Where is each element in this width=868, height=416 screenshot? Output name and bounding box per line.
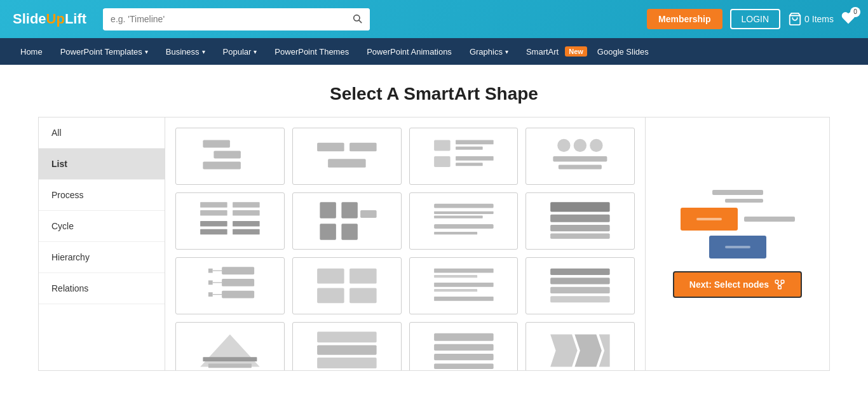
svg-rect-59 bbox=[434, 297, 494, 301]
cart-label: 0 Items bbox=[804, 14, 834, 24]
login-button[interactable]: LOGIN bbox=[730, 9, 781, 29]
svg-rect-23 bbox=[233, 210, 260, 216]
shape-card-12[interactable] bbox=[526, 257, 635, 314]
nav-google-slides[interactable]: Google Slides bbox=[590, 41, 656, 63]
svg-rect-62 bbox=[550, 287, 610, 293]
svg-rect-60 bbox=[550, 269, 610, 275]
sidebar-item-hierarchy[interactable]: Hierarchy bbox=[39, 242, 165, 273]
svg-rect-30 bbox=[320, 224, 336, 240]
shape-card-9[interactable] bbox=[175, 257, 285, 314]
next-select-nodes-button[interactable]: Next: Select nodes bbox=[673, 271, 802, 298]
sidebar-item-list[interactable]: List bbox=[39, 149, 165, 180]
svg-rect-57 bbox=[434, 283, 494, 287]
navbar: Home PowerPoint Templates ▾ Business ▾ P… bbox=[0, 38, 868, 65]
sidebar: All List Process Cycle Hierarchy Relatio… bbox=[38, 117, 165, 371]
wishlist-icon[interactable]: 0 bbox=[841, 11, 855, 28]
svg-rect-9 bbox=[434, 140, 451, 151]
logo[interactable]: SlideUpLift bbox=[13, 11, 86, 27]
svg-rect-50 bbox=[222, 291, 254, 299]
svg-rect-39 bbox=[550, 215, 610, 222]
svg-rect-69 bbox=[317, 358, 377, 368]
next-button-label: Next: Select nodes bbox=[689, 279, 769, 290]
membership-button[interactable]: Membership bbox=[647, 9, 722, 29]
nav-home[interactable]: Home bbox=[13, 41, 50, 63]
shape-card-14[interactable] bbox=[292, 322, 402, 371]
svg-rect-45 bbox=[208, 281, 213, 285]
svg-rect-14 bbox=[456, 163, 483, 166]
shape-card-4[interactable] bbox=[526, 128, 635, 185]
nav-business[interactable]: Business ▾ bbox=[158, 41, 213, 63]
cart-icon[interactable]: 0 Items bbox=[788, 12, 834, 26]
svg-rect-41 bbox=[550, 234, 610, 239]
nav-powerpoint-templates[interactable]: PowerPoint Templates ▾ bbox=[53, 41, 156, 63]
svg-rect-3 bbox=[203, 140, 230, 148]
search-input[interactable] bbox=[103, 9, 344, 29]
svg-rect-34 bbox=[434, 211, 494, 214]
preview-shapes bbox=[681, 190, 795, 258]
sidebar-item-cycle[interactable]: Cycle bbox=[39, 211, 165, 242]
svg-rect-48 bbox=[208, 292, 213, 297]
search-bar bbox=[103, 8, 370, 30]
shape-card-8[interactable] bbox=[526, 192, 635, 250]
svg-rect-61 bbox=[550, 278, 610, 284]
svg-rect-22 bbox=[233, 202, 260, 208]
svg-rect-29 bbox=[341, 202, 358, 218]
sidebar-item-all[interactable]: All bbox=[39, 117, 165, 149]
svg-rect-6 bbox=[317, 143, 344, 152]
shape-card-15[interactable] bbox=[409, 322, 519, 371]
svg-rect-53 bbox=[317, 288, 344, 303]
svg-rect-8 bbox=[328, 159, 366, 168]
shape-card-11[interactable] bbox=[409, 257, 519, 314]
nav-popular[interactable]: Popular ▾ bbox=[215, 41, 265, 63]
svg-line-1 bbox=[359, 20, 362, 23]
svg-rect-37 bbox=[434, 232, 477, 234]
svg-rect-20 bbox=[200, 202, 227, 208]
svg-rect-33 bbox=[434, 204, 494, 208]
svg-rect-72 bbox=[434, 354, 494, 360]
nav-powerpoint-themes[interactable]: PowerPoint Themes bbox=[267, 41, 356, 63]
nav-smartart[interactable]: SmartArt New bbox=[519, 41, 587, 63]
shape-card-10[interactable] bbox=[292, 257, 402, 314]
shape-grid bbox=[165, 117, 646, 371]
shape-card-2[interactable] bbox=[292, 128, 402, 185]
svg-line-80 bbox=[777, 283, 780, 286]
svg-rect-78 bbox=[781, 280, 784, 283]
shape-card-16[interactable] bbox=[526, 322, 635, 371]
shape-card-1[interactable] bbox=[175, 128, 285, 185]
chevron-down-icon: ▾ bbox=[505, 48, 508, 55]
svg-rect-38 bbox=[550, 202, 610, 211]
svg-rect-63 bbox=[550, 296, 610, 302]
svg-rect-31 bbox=[341, 224, 358, 240]
svg-rect-70 bbox=[434, 333, 494, 341]
svg-marker-74 bbox=[550, 335, 578, 367]
svg-rect-68 bbox=[317, 346, 377, 355]
shape-card-6[interactable] bbox=[292, 192, 402, 250]
svg-rect-24 bbox=[200, 221, 227, 227]
new-badge: New bbox=[565, 46, 587, 57]
svg-rect-36 bbox=[434, 224, 494, 229]
sidebar-item-relations[interactable]: Relations bbox=[39, 273, 165, 304]
svg-rect-18 bbox=[553, 156, 607, 162]
svg-rect-56 bbox=[434, 275, 477, 278]
svg-rect-27 bbox=[233, 229, 260, 235]
svg-marker-75 bbox=[575, 335, 602, 367]
chevron-down-icon: ▾ bbox=[254, 48, 257, 55]
svg-rect-55 bbox=[434, 269, 494, 273]
svg-rect-13 bbox=[456, 156, 494, 161]
svg-rect-26 bbox=[233, 221, 260, 227]
svg-rect-66 bbox=[208, 363, 252, 368]
sidebar-item-process[interactable]: Process bbox=[39, 180, 165, 211]
svg-rect-4 bbox=[214, 151, 241, 159]
search-button[interactable] bbox=[344, 8, 370, 30]
svg-rect-65 bbox=[203, 357, 257, 361]
shape-card-3[interactable] bbox=[409, 128, 519, 185]
svg-point-17 bbox=[590, 139, 602, 152]
shape-card-7[interactable] bbox=[409, 192, 519, 250]
shape-card-13[interactable] bbox=[175, 322, 285, 371]
nav-graphics[interactable]: Graphics ▾ bbox=[462, 41, 516, 63]
svg-rect-67 bbox=[317, 332, 377, 342]
nodes-icon bbox=[774, 279, 785, 290]
svg-rect-73 bbox=[434, 363, 494, 369]
nav-powerpoint-animations[interactable]: PowerPoint Animations bbox=[359, 41, 459, 63]
shape-card-5[interactable] bbox=[175, 192, 285, 250]
